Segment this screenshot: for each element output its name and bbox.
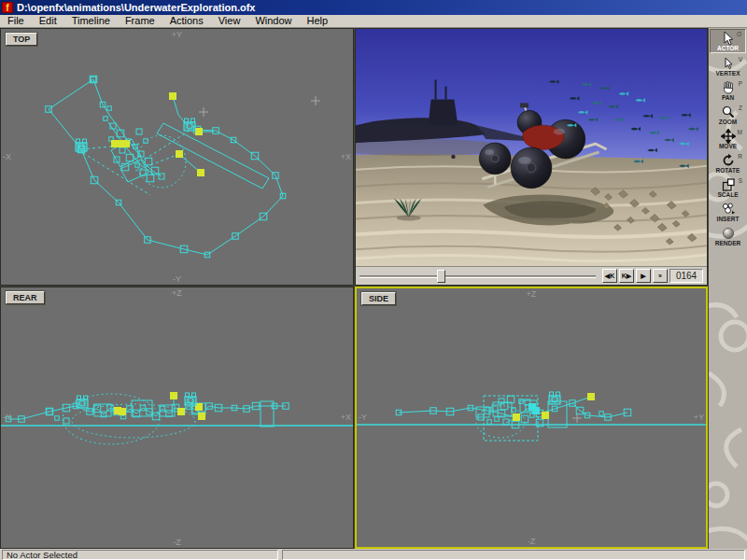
viewport-rear-label[interactable]: REAR bbox=[6, 291, 45, 304]
axis-label: +Y bbox=[172, 30, 182, 39]
frame-counter: 0164 bbox=[669, 269, 703, 283]
tool-palette: O ACTOR V VERTEX P bbox=[709, 28, 747, 549]
insert-spheres-icon bbox=[721, 202, 736, 217]
viewport-rear[interactable]: REAR +Z -X +X -Z bbox=[0, 287, 354, 549]
tool-rotate-label: ROTATE bbox=[710, 167, 746, 174]
axis-label: -Z bbox=[173, 538, 181, 547]
actor-cursor-icon bbox=[721, 31, 736, 46]
status-secondary bbox=[282, 550, 745, 560]
menu-bar: File Edit Timeline Frame Actions View Wi… bbox=[0, 15, 747, 28]
frame-slider[interactable] bbox=[359, 270, 596, 283]
menu-window[interactable]: Window bbox=[247, 15, 299, 27]
zoom-magnifier-icon bbox=[721, 105, 736, 119]
tool-pan[interactable]: P PAN bbox=[710, 79, 746, 102]
menu-frame[interactable]: Frame bbox=[118, 15, 162, 27]
menu-actions[interactable]: Actions bbox=[162, 15, 211, 27]
window-title: D:\openfx\animations\UnderwaterExplorati… bbox=[17, 2, 255, 13]
tool-scale-label: SCALE bbox=[710, 191, 746, 198]
tool-vertex-shortcut: V bbox=[739, 56, 742, 63]
tool-move-shortcut: M bbox=[738, 129, 742, 135]
menu-timeline[interactable]: Timeline bbox=[64, 15, 118, 27]
tool-zoom-shortcut: Z bbox=[739, 105, 742, 111]
tool-zoom[interactable]: Z ZOOM bbox=[710, 104, 746, 126]
app-icon: f bbox=[2, 2, 13, 13]
tool-actor-label: ACTOR bbox=[711, 45, 745, 51]
axis-label: +Z bbox=[172, 288, 182, 298]
tool-insert-label: INSERT bbox=[710, 216, 746, 222]
next-key-button[interactable]: K▶ bbox=[619, 269, 634, 283]
tool-move[interactable]: M MOVE bbox=[710, 128, 746, 150]
axis-label: -X bbox=[3, 413, 11, 422]
viewport-top-label[interactable]: TOP bbox=[6, 33, 37, 46]
tool-scale-shortcut: S bbox=[739, 177, 742, 184]
move-arrows-icon bbox=[721, 129, 736, 144]
tool-move-label: MOVE bbox=[710, 143, 746, 149]
tool-zoom-label: ZOOM bbox=[710, 119, 746, 125]
title-bar: f D:\openfx\animations\UnderwaterExplora… bbox=[0, 0, 747, 15]
tool-rotate-shortcut: R bbox=[738, 153, 742, 160]
scale-squares-icon bbox=[721, 177, 736, 192]
wireframe-top-canvas[interactable] bbox=[1, 29, 353, 285]
playback-bar: ◀K K▶ ▶ » 0164 bbox=[356, 266, 707, 285]
render-scene bbox=[356, 29, 707, 266]
menu-help[interactable]: Help bbox=[300, 15, 336, 27]
tool-rotate[interactable]: R ROTATE bbox=[710, 152, 746, 175]
axis-label: -X bbox=[3, 152, 11, 161]
tool-render-label: RENDER bbox=[710, 240, 746, 246]
tool-actor-shortcut: O bbox=[737, 31, 741, 37]
menu-file[interactable]: File bbox=[0, 15, 32, 27]
status-bar: No Actor Selected bbox=[0, 549, 747, 560]
axis-label: +Z bbox=[527, 289, 537, 299]
pan-hand-icon bbox=[721, 80, 736, 95]
axis-label: -Y bbox=[359, 413, 367, 422]
tool-vertex[interactable]: V VERTEX bbox=[710, 55, 746, 77]
workspace: TOP +Y -X +X -Y bbox=[0, 28, 747, 549]
tool-scale[interactable]: S SCALE bbox=[710, 176, 746, 199]
render-sphere-icon bbox=[721, 226, 736, 241]
frame-slider-thumb[interactable] bbox=[437, 270, 445, 283]
tool-pan-label: PAN bbox=[710, 94, 746, 101]
axis-label: +X bbox=[341, 152, 351, 161]
axis-label: -Y bbox=[173, 274, 181, 284]
viewport-camera[interactable]: ◀K K▶ ▶ » 0164 bbox=[355, 28, 708, 286]
wireframe-rear-canvas[interactable] bbox=[1, 287, 353, 548]
prev-key-button[interactable]: ◀K bbox=[602, 269, 617, 283]
viewport-side-active[interactable]: SIDE +Z -Y +Y -Z bbox=[355, 287, 708, 549]
menu-edit[interactable]: Edit bbox=[32, 15, 64, 27]
fast-forward-button[interactable]: » bbox=[653, 269, 668, 283]
viewport-top[interactable]: TOP +Y -X +X -Y bbox=[0, 28, 354, 286]
menu-view[interactable]: View bbox=[211, 15, 248, 27]
tool-vertex-label: VERTEX bbox=[710, 70, 746, 77]
tool-insert[interactable]: INSERT bbox=[710, 201, 746, 223]
status-message: No Actor Selected bbox=[2, 550, 278, 560]
vertex-cursor-icon bbox=[721, 56, 736, 71]
openfx-window: f D:\openfx\animations\UnderwaterExplora… bbox=[0, 0, 747, 560]
frame-slider-track[interactable] bbox=[359, 275, 596, 278]
tool-pan-shortcut: P bbox=[739, 80, 742, 87]
play-button[interactable]: ▶ bbox=[636, 269, 651, 283]
viewport-side-label[interactable]: SIDE bbox=[361, 292, 396, 305]
wireframe-side-canvas[interactable] bbox=[357, 288, 706, 547]
axis-label: +X bbox=[341, 413, 351, 422]
axis-label: -Z bbox=[528, 537, 536, 546]
axis-label: +Y bbox=[694, 413, 704, 422]
tool-actor[interactable]: O ACTOR bbox=[710, 29, 746, 53]
tool-render[interactable]: RENDER bbox=[710, 225, 746, 247]
rotate-arrow-icon bbox=[721, 153, 736, 168]
